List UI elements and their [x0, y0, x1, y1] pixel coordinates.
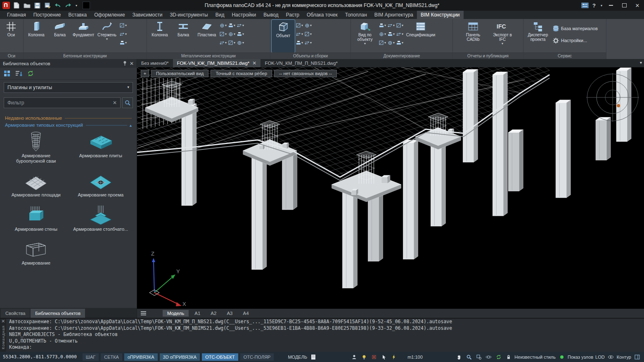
document-tab[interactable]: Без имени0* — [137, 59, 173, 67]
panel-tab-properties[interactable]: Свойства — [1, 309, 30, 318]
toggle-object-tracking[interactable]: ОТС-ОБЪЕКТ — [202, 353, 238, 361]
help-menu-button[interactable]: ▾ — [599, 1, 604, 9]
steel-beam-button[interactable]: Балка — [172, 20, 195, 52]
tab-vyvod[interactable]: Вывод — [260, 11, 282, 19]
toggle-osnap[interactable]: оПРИВЯЗКА — [124, 353, 158, 361]
settings-button[interactable]: Настройки... — [552, 36, 599, 45]
ui-switch-button[interactable] — [580, 1, 590, 9]
viewport-plus-button[interactable]: + — [141, 70, 149, 77]
rebar-rod-button[interactable]: Стержень ▾ — [95, 20, 118, 52]
panel-toggle-icon[interactable] — [633, 353, 641, 361]
qat-more-button[interactable]: ▾ — [74, 1, 79, 9]
open-file-button[interactable] — [22, 1, 31, 9]
ribbon-mini-tool[interactable]: ▾ — [236, 22, 244, 29]
ribbon-mini-tool[interactable]: ▾ — [236, 31, 244, 38]
tab-oblaka-tochek[interactable]: Облака точек — [303, 11, 341, 19]
cadlib-panel-button[interactable]: Панель CADlib — [460, 20, 486, 52]
close-button[interactable]: ✕ — [631, 0, 644, 11]
ribbon-mini-tool[interactable]: ▾ — [387, 39, 395, 46]
layout-tab-a3[interactable]: A3 — [222, 310, 237, 317]
snap-marker-icon[interactable] — [370, 353, 378, 361]
sort-icon[interactable] — [15, 71, 22, 77]
model-space-indicator[interactable]: МОДЕЛЬ — [288, 355, 307, 360]
library-item[interactable]: Армирование столбчато... — [70, 203, 132, 232]
ribbon-mini-tool[interactable]: ▾ — [227, 22, 236, 29]
steel-column-button[interactable]: Колонна — [148, 20, 171, 52]
tab-3d-instrumenty[interactable]: 3D-инструменты — [166, 11, 211, 19]
linked-views-control[interactable]: -- нет связанных видов -- — [274, 70, 337, 77]
tab-list-caret-icon[interactable]: ▾ — [640, 60, 642, 65]
maximize-button[interactable] — [618, 0, 631, 11]
grid-view-icon[interactable] — [4, 70, 10, 77]
tab-vid[interactable]: Вид — [212, 11, 228, 19]
ribbon-mini-tool[interactable]: ▾ — [378, 31, 386, 38]
close-tab-icon[interactable]: ✕ — [252, 61, 256, 65]
ribbon-mini-tool[interactable]: ▾ — [304, 22, 312, 29]
toggle-3d-osnap[interactable]: 3D оПРИВЯЗКА — [160, 353, 200, 361]
pin-icon[interactable] — [123, 61, 127, 66]
visual-style-indicator[interactable]: Неизвестный стиль — [514, 355, 556, 360]
ribbon-mini-tool[interactable]: ▾ — [119, 31, 127, 38]
ribbon-mini-tool[interactable]: ▾ — [219, 39, 227, 46]
library-item[interactable]: Армирование площади — [5, 169, 67, 198]
view-by-object-button[interactable]: Вид по объекту ▾ — [352, 20, 378, 52]
document-tab-active[interactable]: FOK-VN_КЖ_ПМ_NBIMS21.dwg*✕ — [173, 59, 261, 67]
ribbon-mini-tool[interactable]: ▾ — [395, 31, 404, 38]
sheet-icon[interactable] — [309, 353, 317, 361]
lightbulb-icon[interactable] — [360, 353, 368, 361]
specifications-button[interactable]: Спецификации — [404, 20, 437, 52]
section-typical-reinforcement[interactable]: Армирование типовых конструкций▴ — [5, 123, 132, 128]
materials-database-button[interactable]: База материалов — [552, 24, 599, 33]
tab-rastr[interactable]: Растр — [282, 11, 303, 19]
foundation-button[interactable]: Фундамент — [72, 20, 95, 52]
ribbon-mini-tool[interactable]: ▾ — [295, 39, 303, 46]
project-manager-button[interactable]: Диспетчер проекта — [525, 20, 551, 52]
library-item[interactable]: Армирование стены — [5, 203, 67, 232]
lightning-icon[interactable] — [390, 353, 398, 361]
tab-postroenie[interactable]: Построение — [30, 11, 65, 19]
tab-oformlenie[interactable]: Оформление — [90, 11, 128, 19]
pan-hand-icon[interactable] — [455, 353, 463, 361]
view-name-control[interactable]: Пользовательский вид — [151, 70, 208, 77]
ribbon-mini-tool[interactable]: ▾ — [119, 22, 127, 29]
clear-filter-icon[interactable]: ✕ — [113, 100, 117, 106]
viewport-3d-scene[interactable]: Z Y X — [137, 67, 644, 309]
ribbon-mini-tool[interactable]: ▾ — [304, 31, 312, 38]
layout-menu-icon[interactable] — [139, 310, 150, 317]
layout-tab-a1[interactable]: A1 — [190, 310, 205, 317]
annotation-scale[interactable]: m1:100 — [407, 355, 423, 360]
ribbon-mini-tool[interactable]: ▾ — [219, 22, 227, 29]
layout-tab-a2[interactable]: A2 — [206, 310, 221, 317]
axes-button[interactable]: Оси — [1, 20, 21, 52]
ribbon-mini-tool[interactable]: ▾ — [387, 31, 395, 38]
search-button[interactable] — [122, 97, 133, 108]
library-item[interactable]: Армирование проема — [70, 169, 132, 198]
command-history[interactable]: Автосохранение: C:\Users\zonova\AppData\… — [6, 319, 644, 353]
regen-icon[interactable] — [495, 353, 502, 361]
tab-zavisimosti[interactable]: Зависимости — [129, 11, 166, 19]
toggle-snap-step[interactable]: ШАГ — [83, 353, 99, 361]
object-button[interactable]: Объект — [272, 20, 295, 52]
plate-button[interactable]: Пластина — [195, 20, 218, 52]
visual-style-control[interactable]: Точный с показом рёбер — [211, 70, 272, 77]
show-nodes-toggle[interactable]: Показ узлов — [568, 355, 593, 360]
undo-button[interactable] — [53, 1, 62, 9]
orbit-icon[interactable] — [485, 353, 492, 361]
library-item[interactable]: Армирование буроопускной сваи — [5, 130, 67, 163]
layout-tab-model[interactable]: Модель — [163, 310, 189, 317]
toggle-polar-tracking[interactable]: ОТС-ПОЛЯР — [240, 353, 274, 361]
refresh-icon[interactable] — [27, 70, 34, 77]
tab-bim-konstruktsii[interactable]: BIM Конструкции — [417, 11, 464, 19]
redo-button[interactable] — [64, 1, 73, 9]
lock-icon[interactable] — [504, 353, 512, 361]
tab-topoplan[interactable]: Топоплан — [341, 11, 371, 19]
panel-tab-object-library[interactable]: Библиотека объектов — [31, 309, 85, 318]
ribbon-mini-tool[interactable]: ▾ — [395, 39, 404, 46]
concrete-beam-button[interactable]: Балка — [48, 20, 71, 52]
ribbon-mini-tool[interactable]: ▾ — [227, 31, 236, 38]
command-prompt[interactable]: Команда: — [9, 344, 641, 351]
ribbon-mini-tool[interactable]: ▾ — [304, 39, 312, 46]
ribbon-mini-tool[interactable]: ▾ — [236, 39, 244, 46]
collapse-icon[interactable]: ▴ — [130, 123, 132, 128]
filter-input[interactable]: Фильтр ✕ — [4, 97, 121, 108]
